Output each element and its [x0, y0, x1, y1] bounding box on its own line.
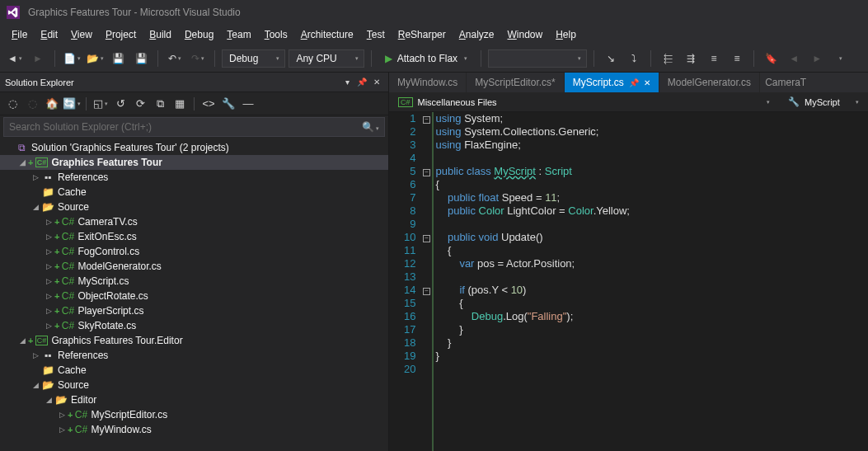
menu-architecture[interactable]: Architecture [294, 27, 360, 42]
file-ObjectRotate.cs[interactable]: ▷+C#ObjectRotate.cs [0, 289, 388, 303]
folder-cache[interactable]: 📁Cache [0, 185, 388, 200]
open-file-button[interactable]: 📂▾ [85, 49, 105, 68]
save-all-button[interactable]: 💾 [131, 49, 151, 68]
folder-cache-2[interactable]: 📁Cache [0, 363, 388, 378]
solution-tree[interactable]: ⧉Solution 'Graphics Features Tour' (2 pr… [0, 139, 388, 451]
file-tab-MyScriptcs[interactable]: MyScript.cs📌✕ [565, 73, 659, 92]
undo-button[interactable]: ↶▾ [165, 49, 185, 68]
search-icon[interactable]: 🔍▾ [362, 121, 379, 133]
process-dropdown[interactable]: ▾ [488, 49, 587, 68]
se-properties-button[interactable]: 🔧 [219, 95, 237, 113]
menu-edit[interactable]: Edit [34, 27, 64, 42]
project-node-2[interactable]: ◢+C#Graphics Features Tour.Editor [0, 333, 388, 348]
file-SkyRotate.cs[interactable]: ▷+C#SkyRotate.cs [0, 318, 388, 333]
indent-less-button[interactable]: ⬱ [658, 49, 678, 68]
se-code-button[interactable]: <> [199, 95, 218, 113]
file-tab-ModelGeneratorcs[interactable]: ModelGenerator.cs [659, 73, 760, 92]
expander-icon[interactable]: ▷ [43, 275, 54, 287]
menu-debug[interactable]: Debug [178, 27, 220, 42]
references-node[interactable]: ▷▪▪References [0, 170, 388, 185]
fold-toggle[interactable]: − [423, 116, 430, 124]
expander-icon[interactable]: ▷ [43, 246, 54, 257]
menu-project[interactable]: Project [99, 27, 143, 42]
menu-resharper[interactable]: ReSharper [392, 27, 453, 42]
file-ModelGenerator.cs[interactable]: ▷+C#ModelGenerator.cs [0, 259, 388, 274]
expander-icon[interactable]: ◢ [16, 157, 28, 168]
file-CameraTV.cs[interactable]: ▷+C#CameraTV.cs [0, 214, 388, 229]
menu-file[interactable]: File [5, 27, 34, 42]
menu-test[interactable]: Test [360, 27, 392, 42]
nav-back-button[interactable]: ◄▾ [5, 49, 25, 68]
panel-dropdown-button[interactable]: ▾ [340, 76, 354, 89]
context-class-dropdown[interactable]: 🔧 MyScript ▾ [782, 94, 865, 110]
fold-column[interactable]: −−−− [420, 112, 432, 451]
se-pending-button[interactable]: ↺ [111, 95, 129, 113]
file-MyScriptEditor.cs[interactable]: ▷+C#MyScriptEditor.cs [0, 407, 388, 422]
fold-toggle[interactable]: − [423, 169, 430, 176]
expander-icon[interactable]: ▷ [56, 424, 68, 435]
step-over-button[interactable]: ⤵ [624, 49, 644, 68]
start-debug-button[interactable]: ▶ Attach to Flax ▾ [378, 49, 474, 68]
step-into-button[interactable]: ↘ [601, 49, 621, 68]
menu-team[interactable]: Team [220, 27, 257, 42]
file-tab-MyScriptEditorcs[interactable]: MyScriptEditor.cs* [467, 73, 564, 92]
expander-icon[interactable]: ▷ [43, 216, 54, 228]
menu-help[interactable]: Help [549, 27, 583, 42]
fold-toggle[interactable]: − [423, 235, 430, 242]
menu-build[interactable]: Build [143, 27, 178, 42]
expander-icon[interactable]: ▷ [43, 231, 54, 242]
se-sync-button[interactable]: 🔄▾ [63, 95, 81, 113]
se-showall-button[interactable]: ▦ [171, 95, 189, 113]
folder-source[interactable]: ◢📂Source [0, 200, 388, 214]
expander-icon[interactable]: ▷ [30, 171, 41, 183]
project-node[interactable]: ◢+C#Graphics Features Tour [0, 155, 388, 170]
se-refresh-button[interactable]: ⟳ [131, 95, 149, 113]
file-PlayerScript.cs[interactable]: ▷+C#PlayerScript.cs [0, 303, 388, 318]
save-button[interactable]: 💾 [108, 49, 128, 68]
expander-icon[interactable]: ▷ [30, 350, 41, 361]
se-home-button[interactable]: 🏠 [43, 95, 61, 113]
solution-search-box[interactable]: 🔍▾ [3, 117, 385, 137]
solution-node[interactable]: ⧉Solution 'Graphics Features Tour' (2 pr… [0, 140, 388, 155]
expander-icon[interactable]: ▷ [56, 409, 68, 420]
menu-analyze[interactable]: Analyze [453, 27, 501, 42]
panel-pin-button[interactable]: 📌 [355, 76, 368, 89]
file-FogControl.cs[interactable]: ▷+C#FogControl.cs [0, 244, 388, 259]
expander-icon[interactable]: ◢ [16, 335, 28, 346]
expander-icon[interactable]: ◢ [43, 394, 54, 406]
expander-icon[interactable]: ▷ [43, 261, 54, 272]
bookmark-button[interactable]: 🔖 [761, 49, 781, 68]
file-ExitOnEsc.cs[interactable]: ▷+C#ExitOnEsc.cs [0, 229, 388, 244]
menu-tools[interactable]: Tools [258, 27, 294, 42]
bookmark-next-button[interactable]: ► [807, 49, 827, 68]
toolbar-options-button[interactable]: ▾ [830, 49, 850, 68]
redo-button[interactable]: ↷▾ [188, 49, 208, 68]
fold-toggle[interactable]: − [423, 288, 430, 295]
menu-window[interactable]: Window [500, 27, 549, 42]
code-content[interactable]: using System;using System.Collections.Ge… [432, 112, 868, 451]
expander-icon[interactable]: ▷ [43, 320, 54, 331]
file-MyScript.cs[interactable]: ▷+C#MyScript.cs [0, 274, 388, 289]
configuration-dropdown[interactable]: Debug▾ [222, 49, 285, 68]
file-tab-MyWindowcs[interactable]: MyWindow.cs [389, 73, 467, 92]
nav-forward-button[interactable]: ► [28, 49, 48, 68]
bookmark-prev-button[interactable]: ◄ [784, 49, 804, 68]
se-scope-button[interactable]: ◱▾ [91, 95, 110, 113]
expander-icon[interactable]: ◢ [30, 379, 41, 391]
code-editor[interactable]: 1234567891011121314151617181920 −−−− usi… [389, 112, 868, 451]
folder-editor[interactable]: ◢📂Editor [0, 392, 388, 407]
indent-button[interactable]: ≡ [727, 49, 747, 68]
se-back-button[interactable]: ◌ [3, 95, 21, 113]
new-project-button[interactable]: 📄▾ [62, 49, 82, 68]
expander-icon[interactable]: ◢ [30, 201, 41, 213]
panel-close-button[interactable]: ✕ [370, 76, 383, 89]
file-MyWindow.cs[interactable]: ▷+C#MyWindow.cs [0, 422, 388, 437]
indent-more-button[interactable]: ⇶ [681, 49, 701, 68]
outdent-button[interactable]: ≡ [704, 49, 724, 68]
references-node-2[interactable]: ▷▪▪References [0, 348, 388, 363]
menu-view[interactable]: View [64, 27, 99, 42]
se-collapse-button[interactable]: ⧉ [151, 95, 169, 113]
file-tab-CameraT[interactable]: CameraT [760, 73, 811, 92]
se-forward-button[interactable]: ◌ [23, 95, 41, 113]
platform-dropdown[interactable]: Any CPU▾ [289, 49, 364, 68]
